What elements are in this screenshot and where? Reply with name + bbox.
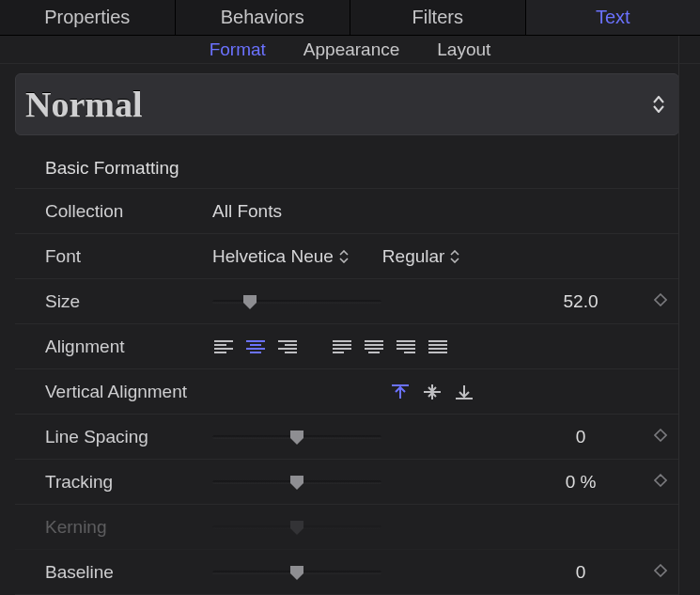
stepper-icon — [652, 96, 665, 113]
label-size: Size — [15, 291, 212, 312]
keyframe-icon[interactable] — [654, 429, 667, 446]
tab-behaviors[interactable]: Behaviors — [175, 0, 350, 35]
sub-tabs: Format Appearance Layout — [0, 36, 700, 64]
keyframe-icon[interactable] — [654, 293, 667, 310]
main-tabs: Properties Behaviors Filters Text — [0, 0, 700, 36]
line-spacing-value[interactable]: 0 — [520, 427, 642, 447]
justify-right-icon[interactable] — [395, 337, 417, 357]
line-spacing-slider[interactable] — [212, 428, 381, 446]
collection-value: All Fonts — [212, 201, 282, 222]
tab-label: Text — [596, 7, 630, 28]
valign-top-icon[interactable] — [389, 382, 412, 402]
row-size: Size 52.0 — [15, 279, 679, 324]
valign-bottom-icon[interactable] — [453, 382, 475, 402]
label-valign: Vertical Alignment — [15, 382, 212, 402]
label-line-spacing: Line Spacing — [15, 427, 212, 447]
row-valign: Vertical Alignment — [15, 369, 679, 415]
tab-label: Filters — [412, 7, 463, 28]
row-baseline: Baseline 0 — [15, 550, 679, 595]
label-alignment: Alignment — [15, 337, 212, 357]
subtab-layout[interactable]: Layout — [437, 39, 490, 60]
row-line-spacing: Line Spacing 0 — [15, 415, 679, 460]
tracking-slider[interactable] — [212, 473, 381, 492]
justify-full-icon[interactable] — [427, 337, 449, 357]
panel-body: Normal Basic Formatting Collection All F… — [0, 64, 700, 595]
align-right-icon[interactable] — [276, 337, 299, 357]
text-preset-popup[interactable]: Normal — [15, 73, 679, 135]
row-tracking: Tracking 0 % — [15, 460, 679, 505]
tab-text[interactable]: Text — [525, 0, 701, 35]
row-collection: Collection All Fonts — [15, 189, 679, 234]
section-title: Basic Formatting — [15, 152, 679, 189]
label-font: Font — [15, 246, 212, 267]
label-tracking: Tracking — [15, 472, 212, 493]
keyframe-icon[interactable] — [654, 564, 667, 581]
font-style-popup[interactable]: Regular — [382, 246, 460, 267]
label-kerning: Kerning — [15, 517, 212, 538]
baseline-slider[interactable] — [212, 563, 381, 582]
row-kerning: Kerning — [15, 505, 679, 550]
preset-label: Normal — [25, 84, 143, 125]
stepper-icon — [339, 250, 349, 263]
font-family-popup[interactable]: Helvetica Neue — [212, 246, 349, 267]
row-alignment: Alignment — [15, 324, 679, 369]
kerning-slider — [212, 518, 381, 537]
subtab-format[interactable]: Format — [210, 39, 266, 60]
tab-label: Properties — [44, 7, 130, 28]
justify-center-icon[interactable] — [363, 337, 385, 357]
subtab-appearance[interactable]: Appearance — [303, 39, 399, 60]
size-value[interactable]: 52.0 — [520, 291, 642, 312]
valign-middle-icon[interactable] — [421, 382, 443, 402]
tab-properties[interactable]: Properties — [0, 0, 175, 35]
align-center-icon[interactable] — [244, 337, 267, 357]
keyframe-icon[interactable] — [654, 474, 667, 491]
label-collection: Collection — [15, 201, 212, 222]
label-baseline: Baseline — [15, 562, 212, 583]
basic-formatting-section: Basic Formatting Collection All Fonts Fo… — [15, 152, 679, 595]
row-font: Font Helvetica Neue Regular — [15, 234, 679, 279]
baseline-value[interactable]: 0 — [520, 562, 642, 583]
font-style-value: Regular — [382, 246, 445, 267]
tab-filters[interactable]: Filters — [350, 0, 525, 35]
text-inspector: Properties Behaviors Filters Text Format… — [0, 0, 700, 595]
collection-popup[interactable]: All Fonts — [212, 201, 282, 222]
tracking-value[interactable]: 0 % — [520, 472, 642, 493]
tab-label: Behaviors — [221, 7, 304, 28]
size-slider[interactable] — [212, 292, 381, 311]
justify-left-icon[interactable] — [331, 337, 353, 357]
font-family-value: Helvetica Neue — [212, 246, 334, 267]
align-left-icon[interactable] — [212, 337, 235, 357]
stepper-icon — [450, 250, 459, 263]
